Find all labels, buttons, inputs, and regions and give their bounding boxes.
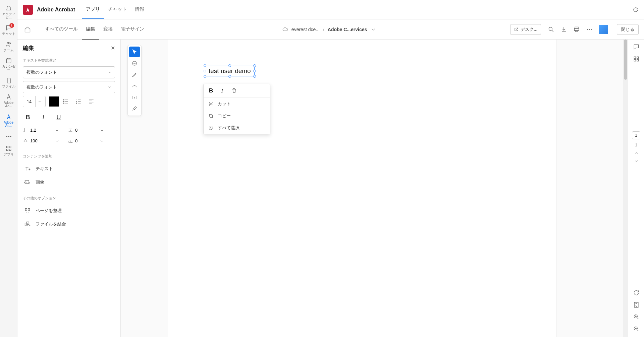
rotate-icon[interactable] — [633, 289, 640, 296]
search-icon[interactable] — [548, 26, 554, 33]
acrobat-icon — [5, 113, 12, 120]
ctx-cut[interactable]: カット — [204, 98, 270, 110]
trash-icon[interactable] — [231, 87, 237, 93]
close-button[interactable]: 閉じる — [617, 24, 639, 35]
rail-activity[interactable]: アクティビ... — [1, 3, 17, 21]
tool-draw[interactable] — [129, 81, 140, 91]
resize-handle-nw[interactable] — [204, 64, 206, 67]
print-icon[interactable] — [573, 26, 580, 33]
resize-handle-n[interactable] — [228, 64, 231, 67]
character-spacing-value[interactable] — [75, 137, 90, 145]
bold-button[interactable]: B — [24, 114, 32, 121]
svg-point-19 — [63, 103, 64, 104]
list-bullet-icon[interactable] — [62, 98, 69, 105]
paragraph-spacing-field[interactable] — [68, 126, 105, 134]
sec-tab-esign[interactable]: 電子サイン — [117, 19, 148, 40]
font-size-value[interactable] — [23, 99, 35, 104]
svg-rect-32 — [637, 57, 638, 58]
sec-tab-all-tools[interactable]: すべてのツール — [41, 19, 82, 40]
secondary-actions: 閉じる — [548, 24, 639, 35]
chevron-down-icon[interactable] — [54, 138, 60, 144]
breadcrumb-cloud[interactable]: everest dce... — [291, 27, 320, 32]
rail-acrobat-2[interactable]: Adobe Ac... — [1, 111, 17, 130]
refresh-icon[interactable] — [633, 7, 639, 13]
sec-tab-edit[interactable]: 編集 — [82, 19, 99, 40]
chat-badge: 1 — [9, 23, 14, 28]
tool-select[interactable] — [129, 47, 140, 57]
download-icon[interactable] — [560, 26, 567, 33]
top-tab-apps[interactable]: アプリ — [82, 0, 104, 19]
rail-team[interactable]: チーム — [1, 39, 17, 54]
paragraph-spacing-value[interactable] — [75, 126, 90, 134]
font-style-select[interactable]: 複数のフォント — [23, 81, 115, 93]
sec-tab-convert[interactable]: 変換 — [99, 19, 117, 40]
font-size-dropdown[interactable] — [35, 96, 43, 107]
horizontal-scale-field[interactable] — [23, 137, 60, 145]
selected-text-box[interactable]: test user demo — [205, 66, 255, 76]
tool-highlight[interactable] — [129, 69, 140, 80]
profile-avatar[interactable] — [599, 25, 608, 34]
rail-more[interactable] — [1, 131, 17, 142]
rail-chat[interactable]: 1 チャット — [1, 22, 17, 38]
rail-acrobat-1[interactable]: Adobe Ac... — [1, 91, 17, 110]
breadcrumb-doc[interactable]: Adobe C...ervices — [328, 27, 367, 32]
current-page-input[interactable]: 1 — [632, 131, 640, 139]
rail-files[interactable]: ファイル — [1, 75, 17, 90]
top-tab-info[interactable]: 情報 — [131, 0, 148, 19]
document-page[interactable]: test user demo B I — [168, 40, 557, 337]
chevron-down-icon[interactable] — [99, 138, 105, 144]
resize-handle-ne[interactable] — [253, 64, 256, 67]
chevron-down-icon[interactable] — [370, 26, 376, 32]
comments-panel-icon[interactable] — [633, 44, 640, 50]
resize-handle-s[interactable] — [228, 75, 231, 78]
underline-button[interactable]: U — [55, 114, 62, 121]
scrollbar[interactable] — [623, 40, 628, 337]
add-image-button[interactable]: 画像 — [23, 176, 115, 189]
tool-comment[interactable] — [129, 58, 140, 69]
text-box-content[interactable]: test user demo — [209, 67, 251, 74]
italic-button[interactable]: I — [40, 114, 47, 121]
line-height-field[interactable] — [23, 126, 60, 134]
horizontal-scale-value[interactable] — [30, 137, 45, 145]
character-spacing-field[interactable] — [68, 137, 105, 145]
align-left-icon[interactable] — [88, 98, 95, 105]
chevron-down-icon[interactable] — [54, 128, 60, 133]
resize-handle-se[interactable] — [253, 75, 256, 78]
list-numbered-icon[interactable] — [75, 98, 82, 105]
tool-sign[interactable] — [129, 104, 140, 114]
color-picker[interactable] — [49, 96, 59, 107]
rail-calendar[interactable]: カレンダー — [1, 55, 17, 74]
combine-files-button[interactable]: ファイルを結合 — [23, 217, 115, 231]
page-up-icon[interactable] — [634, 151, 639, 155]
resize-handle-e[interactable] — [253, 70, 256, 72]
resize-handle-sw[interactable] — [204, 75, 206, 78]
font-family-select[interactable]: 複数のフォント — [23, 66, 115, 78]
resize-handle-w[interactable] — [204, 70, 206, 72]
scrollbar-thumb[interactable] — [624, 40, 627, 80]
select-all-icon — [208, 125, 214, 131]
font-size-input[interactable] — [23, 96, 46, 107]
ctx-copy[interactable]: コピー — [204, 110, 270, 122]
ctx-bold[interactable]: B — [209, 87, 213, 94]
top-tab-chat[interactable]: チャット — [104, 0, 131, 19]
zoom-in-icon[interactable] — [633, 314, 640, 320]
fit-page-icon[interactable] — [633, 301, 640, 308]
tool-text[interactable] — [129, 92, 140, 103]
organize-pages-button[interactable]: ページを整理 — [23, 204, 115, 217]
add-text-button[interactable]: テキスト — [23, 162, 115, 176]
more-icon[interactable] — [586, 26, 593, 33]
add-image-icon — [24, 179, 31, 186]
ctx-select-all[interactable]: すべて選択 — [204, 122, 270, 134]
zoom-out-icon[interactable] — [633, 326, 640, 332]
ctx-italic[interactable]: I — [221, 87, 223, 94]
rail-apps[interactable]: アプリ — [1, 143, 17, 158]
thumbnails-icon[interactable] — [633, 56, 640, 62]
page-down-icon[interactable] — [634, 159, 639, 163]
chevron-down-icon[interactable] — [99, 128, 105, 133]
home-button[interactable] — [23, 25, 32, 34]
font-family-dropdown[interactable] — [104, 67, 115, 78]
edit-panel-close[interactable]: ✕ — [111, 45, 115, 51]
desktop-button[interactable]: デスク... — [510, 24, 541, 35]
font-style-dropdown[interactable] — [104, 81, 115, 93]
line-height-value[interactable] — [30, 126, 45, 134]
